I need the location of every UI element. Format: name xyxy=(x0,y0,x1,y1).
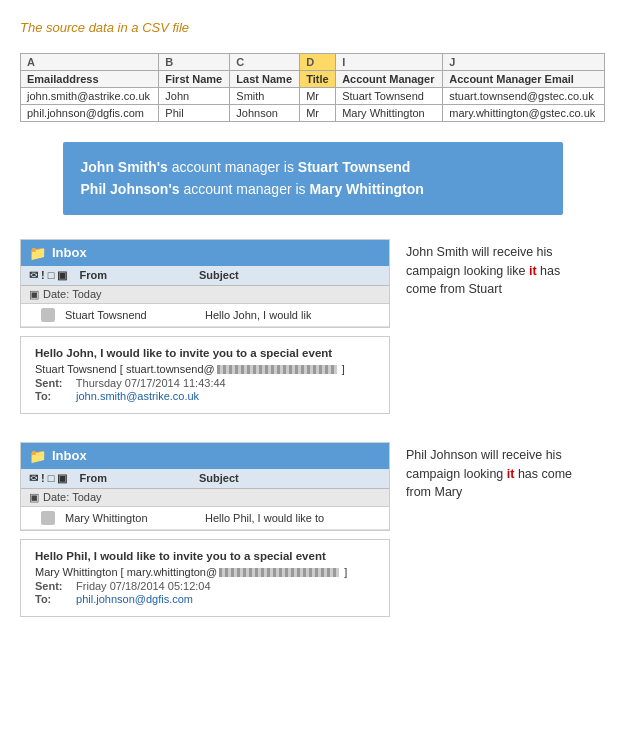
phil-sender-name: Mary Whittington xyxy=(65,512,195,524)
banner-line-1: John Smith's account manager is Stuart T… xyxy=(81,156,545,178)
john-from-name: Stuart Towsnend xyxy=(35,363,117,375)
john-sender-avatar xyxy=(41,308,55,322)
phil-sent-line: Sent: Friday 07/18/2014 05:12:04 xyxy=(35,580,375,592)
phil-sent-value: Friday 07/18/2014 05:12:04 xyxy=(76,580,211,592)
john-date-row: ▣ Date: Today xyxy=(21,286,389,304)
col-d-label: D xyxy=(300,54,336,71)
cell-email-2: phil.johnson@dgfis.com xyxy=(21,105,159,122)
banner-john-mid: account manager is xyxy=(168,159,298,175)
cell-title-2: Mr xyxy=(300,105,336,122)
john-preview-from: Stuart Towsnend [ stuart.townsend@ ] xyxy=(35,363,375,375)
csv-table: A B C D I J Emailaddress First Name Last… xyxy=(20,53,605,122)
cell-manager-1: Stuart Townsend xyxy=(336,88,443,105)
header-account-manager: Account Manager xyxy=(336,71,443,88)
phil-inbox-wrapper: 📁 Inbox ✉ ! □ ▣ From Subject ▣ Date: Tod… xyxy=(20,442,390,617)
phil-preview-from: Mary Whittington [ mary.whittington@ ] xyxy=(35,566,375,578)
john-sender-name: Stuart Towsnend xyxy=(65,309,195,321)
phil-email-section: 📁 Inbox ✉ ! □ ▣ From Subject ▣ Date: Tod… xyxy=(20,442,605,617)
phil-email-preview: Hello Phil, I would like to invite you t… xyxy=(20,539,390,617)
john-to-label: To: xyxy=(35,390,73,402)
phil-to-label: To: xyxy=(35,593,73,605)
john-inbox-wrapper: 📁 Inbox ✉ ! □ ▣ From Subject ▣ Date: Tod… xyxy=(20,239,390,414)
phil-to-line: To: phil.johnson@dgfis.com xyxy=(35,593,375,605)
phil-toolbar-icons: ✉ ! □ ▣ xyxy=(29,472,67,485)
page-title: The source data in a CSV file xyxy=(20,20,605,35)
phil-subject-preview: Hello Phil, I would like to xyxy=(205,512,324,524)
john-sent-line: Sent: Thursday 07/17/2014 11:43:44 xyxy=(35,377,375,389)
toolbar-icons: ✉ ! □ ▣ xyxy=(29,269,67,282)
john-inbox-toolbar: ✉ ! □ ▣ From Subject xyxy=(21,266,389,286)
cell-manager-email-1: stuart.townsend@gstec.co.uk xyxy=(443,88,605,105)
john-sent-value: Thursday 07/17/2014 11:43:44 xyxy=(76,377,226,389)
cell-lastname-1: Smith xyxy=(230,88,300,105)
phil-sender-avatar xyxy=(41,511,55,525)
phil-sent-label: Sent: xyxy=(35,580,73,592)
john-from-close: ] xyxy=(339,363,345,375)
phil-collapse-icon: ▣ xyxy=(29,491,39,504)
table-row: john.smith@astrike.co.uk John Smith Mr S… xyxy=(21,88,605,105)
john-from-bracket: [ stuart.townsend@ xyxy=(120,363,215,375)
phil-inbox: 📁 Inbox ✉ ! □ ▣ From Subject ▣ Date: Tod… xyxy=(20,442,390,531)
john-email-preview: Hello John, I would like to invite you t… xyxy=(20,336,390,414)
phil-from-col-label: From xyxy=(79,472,107,485)
john-inbox-header: 📁 Inbox xyxy=(21,240,389,266)
john-inbox-label: Inbox xyxy=(52,245,87,260)
header-emailaddress: Emailaddress xyxy=(21,71,159,88)
col-j-label: J xyxy=(443,54,605,71)
table-row: phil.johnson@dgfis.com Phil Johnson Mr M… xyxy=(21,105,605,122)
header-firstname: First Name xyxy=(159,71,230,88)
phil-from-bracket: [ mary.whittington@ xyxy=(121,566,218,578)
cell-firstname-2: Phil xyxy=(159,105,230,122)
info-banner: John Smith's account manager is Stuart T… xyxy=(63,142,563,215)
john-to-email: john.smith@astrike.co.uk xyxy=(76,390,199,402)
banner-john-name: John Smith's xyxy=(81,159,168,175)
john-email-obfuscated xyxy=(217,365,337,374)
banner-john-manager: Stuart Townsend xyxy=(298,159,411,175)
cell-manager-email-2: mary.whittington@gstec.co.uk xyxy=(443,105,605,122)
col-a-label: A xyxy=(21,54,159,71)
banner-phil-name: Phil Johnson's xyxy=(81,181,180,197)
john-date-label: Date: Today xyxy=(43,288,102,300)
john-subject-preview: Hello John, I would lik xyxy=(205,309,311,321)
header-lastname: Last Name xyxy=(230,71,300,88)
cell-title-1: Mr xyxy=(300,88,336,105)
col-b-label: B xyxy=(159,54,230,71)
banner-line-2: Phil Johnson's account manager is Mary W… xyxy=(81,178,545,200)
john-desc: John Smith will receive his campaign loo… xyxy=(406,239,586,299)
banner-phil-mid: account manager is xyxy=(180,181,310,197)
collapse-icon: ▣ xyxy=(29,288,39,301)
phil-subject-col-label: Subject xyxy=(199,472,239,485)
john-to-line: To: john.smith@astrike.co.uk xyxy=(35,390,375,402)
col-c-label: C xyxy=(230,54,300,71)
phil-inbox-header: 📁 Inbox xyxy=(21,443,389,469)
csv-table-section: A B C D I J Emailaddress First Name Last… xyxy=(20,53,605,122)
header-account-manager-email: Account Manager Email xyxy=(443,71,605,88)
phil-date-row: ▣ Date: Today xyxy=(21,489,389,507)
phil-email-obfuscated xyxy=(219,568,339,577)
cell-lastname-2: Johnson xyxy=(230,105,300,122)
phil-inbox-label: Inbox xyxy=(52,448,87,463)
banner-phil-manager: Mary Whittington xyxy=(309,181,423,197)
phil-from-close: ] xyxy=(341,566,347,578)
header-title: Title xyxy=(300,71,336,88)
john-inbox: 📁 Inbox ✉ ! □ ▣ From Subject ▣ Date: Tod… xyxy=(20,239,390,328)
phil-email-row: Mary Whittington Hello Phil, I would lik… xyxy=(21,507,389,530)
phil-desc: Phil Johnson will receive his campaign l… xyxy=(406,442,586,502)
john-highlight: it xyxy=(529,264,537,278)
inbox-folder-icon: 📁 xyxy=(29,245,46,261)
phil-inbox-toolbar: ✉ ! □ ▣ From Subject xyxy=(21,469,389,489)
phil-date-label: Date: Today xyxy=(43,491,102,503)
john-email-row: Stuart Towsnend Hello John, I would lik xyxy=(21,304,389,327)
cell-manager-2: Mary Whittington xyxy=(336,105,443,122)
subject-col-label: Subject xyxy=(199,269,239,282)
phil-preview-subject: Hello Phil, I would like to invite you t… xyxy=(35,550,375,562)
phil-from-name: Mary Whittington xyxy=(35,566,118,578)
phil-highlight: it xyxy=(507,467,515,481)
phil-to-email: phil.johnson@dgfis.com xyxy=(76,593,193,605)
john-preview-subject: Hello John, I would like to invite you t… xyxy=(35,347,375,359)
john-sent-label: Sent: xyxy=(35,377,73,389)
cell-email-1: john.smith@astrike.co.uk xyxy=(21,88,159,105)
col-i-label: I xyxy=(336,54,443,71)
from-col-label: From xyxy=(79,269,107,282)
john-email-section: 📁 Inbox ✉ ! □ ▣ From Subject ▣ Date: Tod… xyxy=(20,239,605,414)
